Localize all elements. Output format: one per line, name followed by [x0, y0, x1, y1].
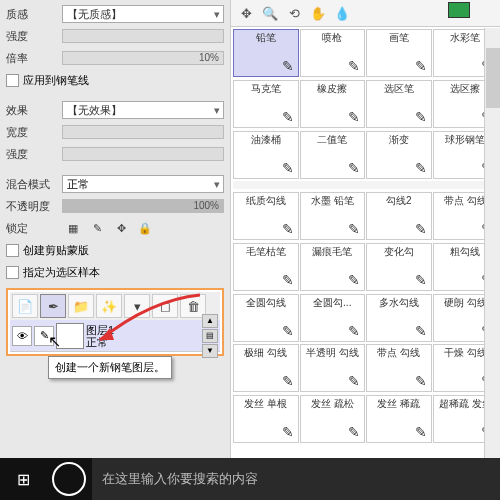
brush-icon: ✎ — [282, 323, 294, 339]
brush-icon: ✎ — [348, 221, 360, 237]
brush-item[interactable]: 渐变✎ — [366, 131, 432, 179]
brush-item[interactable]: 发丝 疏松✎ — [300, 395, 366, 443]
new-folder-button[interactable]: 📁 — [68, 294, 94, 318]
brush-item[interactable]: 发丝 稀疏✎ — [366, 395, 432, 443]
brush-name: 半透明 勾线 — [306, 347, 359, 358]
brush-icon: ✎ — [348, 373, 360, 389]
eyedropper-icon[interactable]: 💧 — [333, 4, 351, 22]
brush-name: 选区笔 — [384, 83, 414, 94]
layer-name: 图层1 — [86, 324, 200, 336]
brush-name: 发丝 稀疏 — [377, 398, 420, 409]
ratio-slider[interactable]: 10% — [62, 51, 224, 65]
color-swatch[interactable] — [448, 2, 470, 18]
brush-item[interactable]: 全圆勾线✎ — [233, 294, 299, 342]
brush-item[interactable]: 变化勾✎ — [366, 243, 432, 291]
layer-up-button[interactable]: ▲ — [202, 314, 218, 328]
move-tool-icon[interactable]: ✥ — [237, 4, 255, 22]
brush-name: 带点 勾线 — [444, 195, 487, 206]
opacity-slider[interactable]: 100% — [62, 199, 224, 213]
brush-name: 橡皮擦 — [317, 83, 347, 94]
brush-item[interactable]: 二值笔✎ — [300, 131, 366, 179]
brush-item[interactable]: 半透明 勾线✎ — [300, 344, 366, 392]
intensity2-label: 强度 — [6, 147, 58, 162]
lock-move-icon[interactable]: ✥ — [114, 221, 128, 235]
sample-checkbox[interactable] — [6, 266, 19, 279]
lock-alpha-icon[interactable]: ▦ — [66, 221, 80, 235]
rotate-tool-icon[interactable]: ⟲ — [285, 4, 303, 22]
brush-item[interactable]: 全圆勾...✎ — [300, 294, 366, 342]
brush-icon: ✎ — [348, 109, 360, 125]
brush-item[interactable]: 马克笔✎ — [233, 80, 299, 128]
brush-name: 发丝 疏松 — [311, 398, 354, 409]
zoom-tool-icon[interactable]: 🔍 — [261, 4, 279, 22]
width-slider[interactable] — [62, 125, 224, 139]
brush-item[interactable]: 极细 勾线✎ — [233, 344, 299, 392]
brush-icon: ✎ — [348, 160, 360, 176]
texture-select[interactable]: 【无质感】 — [62, 5, 224, 23]
lock-all-icon[interactable]: 🔒 — [138, 221, 152, 235]
brush-icon: ✎ — [415, 160, 427, 176]
brush-icon: ✎ — [415, 109, 427, 125]
intensity2-slider[interactable] — [62, 147, 224, 161]
layer-mask-button[interactable]: ✨ — [96, 294, 122, 318]
brush-icon: ✎ — [282, 373, 294, 389]
apply-pen-label: 应用到钢笔线 — [23, 73, 89, 88]
brush-icon: ✎ — [282, 109, 294, 125]
intensity-slider[interactable] — [62, 29, 224, 43]
brush-item[interactable]: 油漆桶✎ — [233, 131, 299, 179]
start-button[interactable]: ⊞ — [0, 458, 46, 500]
width-label: 宽度 — [6, 125, 58, 140]
brush-item[interactable]: 纸质勾线✎ — [233, 192, 299, 240]
brush-icon: ✎ — [282, 58, 294, 74]
clip-label: 创建剪贴蒙版 — [23, 243, 89, 258]
lock-paint-icon[interactable]: ✎ — [90, 221, 104, 235]
brush-item[interactable]: 水墨 铅笔✎ — [300, 192, 366, 240]
brush-item[interactable]: 画笔✎ — [366, 29, 432, 77]
brush-name: 极细 勾线 — [244, 347, 287, 358]
brush-item[interactable]: 橡皮擦✎ — [300, 80, 366, 128]
hand-tool-icon[interactable]: ✋ — [309, 4, 327, 22]
brush-icon: ✎ — [282, 221, 294, 237]
brush-item[interactable]: 带点 勾线✎ — [366, 344, 432, 392]
visibility-toggle[interactable]: 👁 — [12, 326, 32, 346]
clip-checkbox[interactable] — [6, 244, 19, 257]
clear-button[interactable]: ◻ — [152, 294, 178, 318]
effect-label: 效果 — [6, 103, 58, 118]
new-layer-button[interactable]: 📄 — [12, 294, 38, 318]
apply-pen-checkbox[interactable] — [6, 74, 19, 87]
brush-icon: ✎ — [415, 424, 427, 440]
merge-button[interactable]: ▾ — [124, 294, 150, 318]
brush-name: 画笔 — [389, 32, 409, 43]
taskbar: ⊞ 在这里输入你要搜索的内容 — [0, 458, 500, 500]
brush-item[interactable]: 发丝 单根✎ — [233, 395, 299, 443]
brush-item[interactable]: 喷枪✎ — [300, 29, 366, 77]
brush-grid: 铅笔✎喷枪✎画笔✎水彩笔✎马克笔✎橡皮擦✎选区笔✎选区擦✎油漆桶✎二值笔✎渐变✎… — [231, 27, 500, 447]
scrollbar[interactable] — [484, 28, 500, 458]
scrollbar-thumb[interactable] — [486, 48, 500, 108]
brush-name: 马克笔 — [251, 83, 281, 94]
intensity-label: 强度 — [6, 29, 58, 44]
brush-item[interactable]: 漏痕毛笔✎ — [300, 243, 366, 291]
brush-item[interactable]: 多水勾线✎ — [366, 294, 432, 342]
brush-item[interactable]: 勾线2✎ — [366, 192, 432, 240]
brush-item[interactable]: 毛笔枯笔✎ — [233, 243, 299, 291]
brush-name: 水墨 铅笔 — [311, 195, 354, 206]
search-input[interactable]: 在这里输入你要搜索的内容 — [92, 458, 500, 500]
layer-thumbnail[interactable] — [56, 323, 84, 349]
blend-select[interactable]: 正常 — [62, 175, 224, 193]
brush-name: 硬朗 勾线 — [444, 297, 487, 308]
layer-menu-button[interactable]: ▤ — [202, 329, 218, 343]
effect-select[interactable]: 【无效果】 — [62, 101, 224, 119]
brush-icon: ✎ — [415, 221, 427, 237]
texture-value: 【无质感】 — [67, 7, 122, 22]
brush-icon: ✎ — [282, 272, 294, 288]
brush-item[interactable]: 选区笔✎ — [366, 80, 432, 128]
edit-toggle[interactable]: ✎ — [34, 326, 54, 346]
layer-row[interactable]: 👁 ✎ 图层1 正常 ▲ ▤ ▼ — [10, 320, 220, 352]
opacity-label: 不透明度 — [6, 199, 58, 214]
cortana-button[interactable] — [52, 462, 86, 496]
brush-item[interactable]: 铅笔✎ — [233, 29, 299, 77]
layer-down-button[interactable]: ▼ — [202, 344, 218, 358]
new-pen-layer-button[interactable]: ✒ — [40, 294, 66, 318]
brush-name: 全圆勾... — [313, 297, 351, 308]
